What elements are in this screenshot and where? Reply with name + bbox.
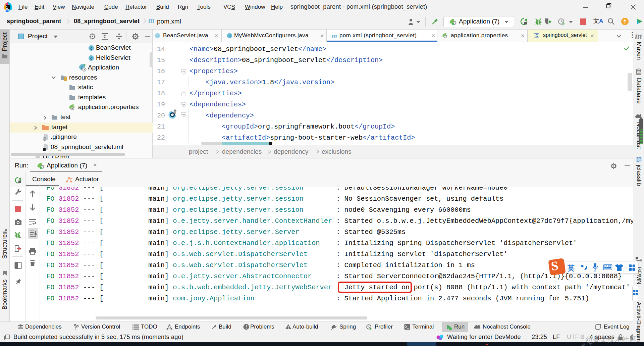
svg-text:c: c [228,34,230,38]
svg-text:c: c [156,34,158,38]
svg-text:c: c [90,56,93,61]
svg-text:c: c [90,46,93,51]
svg-text:IJ: IJ [6,5,8,8]
